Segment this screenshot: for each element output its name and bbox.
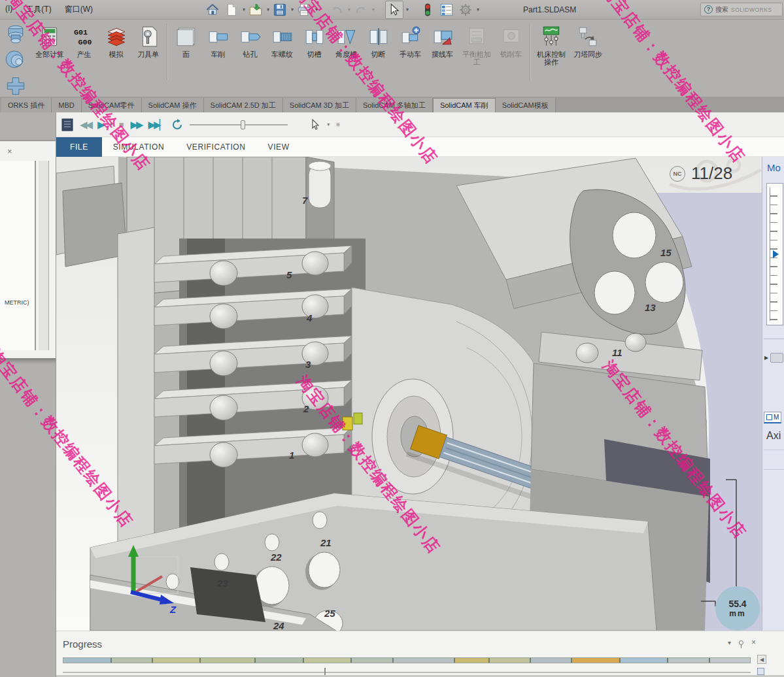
collapsed-combo[interactable] — [770, 353, 783, 363]
ribbon-button-gcode[interactable]: G01G00产生 — [69, 24, 99, 58]
new-dropdown[interactable]: ▾ — [243, 7, 245, 12]
progress-segment[interactable] — [710, 658, 750, 663]
ribbon-button-threading[interactable]: 车螺纹 — [267, 24, 298, 58]
progress-segment[interactable] — [490, 658, 531, 663]
ribbon-button-machine-control[interactable]: 机床控制操作 — [534, 24, 569, 66]
ribbon-button-tool-sheet[interactable]: 刀具单 — [133, 24, 163, 58]
ribbon-button-calculate[interactable]: 全部计算 — [32, 24, 67, 58]
progress-segment[interactable] — [112, 658, 153, 663]
print-dropdown[interactable]: ▾ — [315, 7, 318, 12]
progress-segment[interactable] — [201, 658, 256, 663]
rewind-button[interactable]: ◀◀ — [80, 119, 91, 131]
progress-segment[interactable] — [455, 658, 490, 663]
ribbon-button-simulate[interactable]: 模拟 — [101, 24, 131, 58]
machine-tab[interactable]: M — [764, 412, 781, 423]
save-dropdown[interactable]: ▾ — [291, 7, 294, 12]
ribbon-tab-3[interactable]: SolidCAM零件 — [82, 98, 142, 112]
stop-button[interactable]: ■ — [119, 120, 124, 129]
new-document-icon[interactable] — [223, 1, 240, 18]
traffic-light-icon[interactable] — [419, 1, 436, 18]
close-icon[interactable]: × — [751, 638, 756, 647]
play-button[interactable]: ▶ — [97, 119, 103, 131]
ribbon-button-angle-groove[interactable]: 角度槽 — [331, 24, 362, 58]
ribbon-button-label: 摆线车 — [432, 50, 453, 58]
movements-ruler[interactable] — [766, 183, 783, 325]
options-dropdown[interactable]: ▾ — [477, 7, 479, 12]
more-options-button[interactable]: ≡ — [336, 121, 340, 128]
ribbon-tab-5[interactable]: SolidCAM 2.5D 加工 — [204, 98, 283, 112]
progress-segment[interactable] — [153, 658, 201, 663]
sim-menu-simulation[interactable]: SIMULATION — [102, 137, 175, 157]
ribbon-button-label: 刀塔同步 — [573, 50, 602, 58]
progress-segment[interactable] — [531, 658, 572, 663]
pin-icon[interactable] — [739, 640, 743, 645]
menu-item[interactable]: 窗口(W) — [65, 4, 93, 15]
progress-segment[interactable] — [668, 658, 709, 663]
dialog-scrollbar[interactable] — [39, 161, 49, 350]
ribbon-tab-6[interactable]: SolidCAM 3D 加工 — [283, 98, 356, 112]
play-dropdown[interactable]: ▾ — [110, 122, 112, 127]
ruler-marker-icon[interactable] — [773, 250, 779, 258]
progress-segment[interactable] — [572, 658, 621, 663]
progress-segment[interactable] — [63, 658, 112, 663]
skip-to-end-button[interactable]: ▶▶▏ — [148, 119, 165, 131]
part-cylinder-icon[interactable] — [4, 24, 27, 45]
print-icon[interactable] — [296, 1, 313, 18]
menu-bar: (I)工具(T)窗口(W) — [0, 4, 93, 15]
select-arrow-icon[interactable] — [385, 1, 403, 19]
menu-item[interactable]: (I) — [5, 4, 12, 15]
sim-menu-file[interactable]: FILE — [56, 137, 102, 157]
ribbon-tab-8[interactable]: SolidCAM 车削 — [433, 98, 496, 112]
ribbon-button-face[interactable]: 面 — [171, 24, 201, 58]
display-pane-icon[interactable] — [438, 1, 455, 18]
ribbon-separator — [530, 24, 530, 80]
operation-progress-strip[interactable] — [63, 657, 751, 663]
ribbon-button-cutoff[interactable]: 切断 — [363, 24, 394, 58]
progress-segment[interactable] — [394, 658, 455, 663]
ribbon-tab-1[interactable]: ORKS 插件 — [1, 98, 52, 112]
sim-menu-view[interactable]: VIEW — [257, 137, 301, 157]
part-cross-icon[interactable] — [4, 75, 27, 97]
chevron-down-icon[interactable]: ▾ — [728, 639, 731, 646]
restore-pane-icon[interactable] — [757, 668, 764, 675]
close-icon[interactable]: × — [7, 146, 12, 156]
ribbon-tab-4[interactable]: SolidCAM 操作 — [142, 98, 204, 112]
repeat-button[interactable] — [171, 119, 183, 131]
select-dropdown[interactable]: ▾ — [406, 7, 409, 12]
ribbon-button-manual-turning[interactable]: 手动车 — [395, 24, 426, 58]
spindle-cylinder — [309, 165, 331, 208]
home-icon[interactable] — [204, 1, 221, 18]
ribbon-button-turret-sync[interactable]: 刀塔同步 — [570, 24, 605, 58]
pick-cursor-button[interactable] — [310, 119, 320, 131]
progress-segment[interactable] — [304, 658, 352, 663]
progress-segment[interactable] — [621, 658, 669, 663]
options-gear-icon[interactable] — [457, 1, 474, 18]
ribbon-button-drilling[interactable]: 钻孔 — [235, 24, 265, 58]
search-box[interactable]: ? 搜索 SOLIDWORKS — [700, 3, 783, 16]
fast-forward-button[interactable]: ▶▶ — [131, 119, 142, 131]
progress-segment[interactable] — [352, 658, 393, 663]
open-icon[interactable] — [247, 1, 264, 18]
part-cone-icon[interactable] — [4, 49, 27, 71]
3d-viewport[interactable]: 7543211513112122232524Z NC 11/28 55.4 mm — [56, 157, 762, 631]
grooving-icon — [303, 24, 326, 50]
expand-arrow-icon[interactable]: ▶ — [764, 355, 768, 361]
ribbon-tab-9[interactable]: SolidCAM模板 — [496, 98, 556, 112]
ribbon-button-turning[interactable]: 车削 — [203, 24, 233, 58]
speed-slider[interactable] — [190, 120, 288, 129]
expander-row[interactable]: ▶ — [764, 353, 783, 363]
collapse-left-icon[interactable]: ◀ — [757, 655, 766, 664]
ribbon-button-trocho-turning[interactable]: 摆线车 — [427, 24, 458, 58]
open-dropdown[interactable]: ▾ — [267, 7, 269, 12]
ribbon-button-label: 机床控制操作 — [534, 50, 569, 66]
sim-menu-verification[interactable]: VERIFICATION — [175, 137, 256, 157]
ribbon-tab-7[interactable]: SolidCAM 多轴加工 — [356, 98, 433, 112]
report-icon[interactable] — [61, 118, 73, 131]
help-icon[interactable]: ? — [704, 5, 713, 14]
save-icon[interactable] — [271, 1, 288, 18]
progress-segment[interactable] — [256, 658, 304, 663]
ribbon-tab-2[interactable]: MBD — [52, 98, 81, 112]
cursor-dropdown[interactable]: ▾ — [327, 122, 330, 127]
ribbon-button-grooving[interactable]: 切槽 — [299, 24, 330, 58]
menu-item[interactable]: 工具(T) — [26, 4, 51, 15]
